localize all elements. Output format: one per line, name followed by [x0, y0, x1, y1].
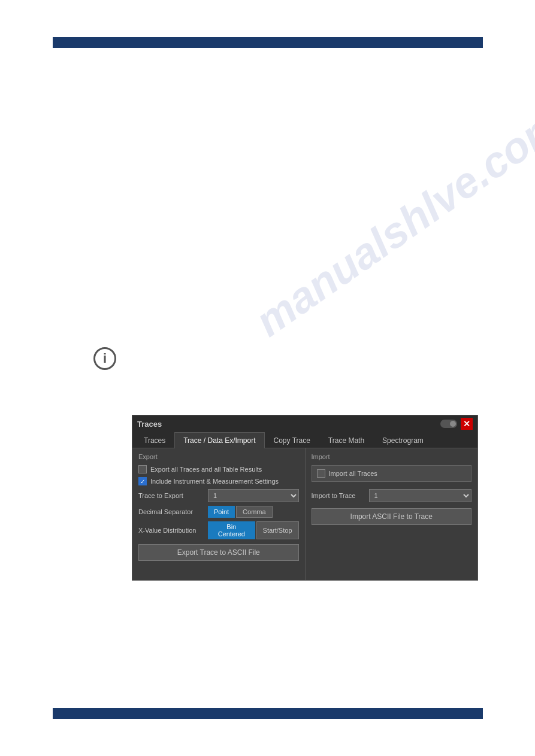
x-value-buttons: Bin Centered Start/Stop: [208, 521, 299, 539]
import-all-checkbox-row[interactable]: Import all Traces: [312, 465, 472, 482]
export-all-label: Export all Traces and all Table Results: [150, 466, 262, 473]
import-ascii-button[interactable]: Import ASCII File to Trace: [312, 508, 472, 525]
dialog-title: Traces: [137, 420, 162, 429]
import-to-trace-select[interactable]: 1 2 3 4: [369, 489, 472, 502]
trace-to-export-row: Trace to Export 1 2 3 4: [138, 489, 299, 502]
x-value-distribution-row: X-Value Distribution Bin Centered Start/…: [138, 521, 299, 539]
trace-to-export-label: Trace to Export: [138, 492, 204, 499]
tab-copy-trace[interactable]: Copy Trace: [265, 432, 319, 448]
export-all-checkbox[interactable]: [138, 465, 147, 473]
trace-to-export-select[interactable]: 1 2 3 4: [208, 489, 299, 502]
point-button[interactable]: Point: [208, 506, 235, 518]
info-icon-area: i: [93, 347, 116, 370]
start-stop-button[interactable]: Start/Stop: [256, 521, 299, 539]
include-instrument-checkbox[interactable]: [138, 477, 147, 485]
import-all-label: Import all Traces: [329, 470, 377, 477]
decimal-separator-buttons: Point Comma: [208, 506, 273, 518]
close-button[interactable]: ✕: [461, 418, 473, 430]
info-icon: i: [93, 347, 116, 370]
dialog-window: Traces ✕ Traces Trace / Data Ex/Import C…: [132, 415, 478, 581]
title-controls: ✕: [440, 418, 473, 430]
tab-trace-math[interactable]: Trace Math: [319, 432, 373, 448]
include-instrument-label: Include Instrument & Measurement Setting…: [150, 478, 279, 485]
x-value-label: X-Value Distribution: [138, 527, 204, 534]
decimal-separator-label: Decimal Separator: [138, 508, 204, 515]
import-to-trace-label: Import to Trace: [312, 492, 365, 499]
import-panel: Import Import all Traces Import to Trace…: [306, 448, 478, 580]
tab-trace-data-ex-import[interactable]: Trace / Data Ex/Import: [174, 432, 264, 448]
top-banner: [53, 37, 483, 48]
comma-button[interactable]: Comma: [236, 506, 273, 518]
export-panel: Export Export all Traces and all Table R…: [132, 448, 306, 580]
import-all-checkbox[interactable]: [317, 469, 325, 478]
import-section-label: Import: [312, 453, 472, 460]
import-to-trace-wrapper: 1 2 3 4: [369, 489, 472, 502]
trace-to-export-wrapper: 1 2 3 4: [208, 489, 299, 502]
export-section-label: Export: [138, 453, 299, 460]
tab-traces[interactable]: Traces: [135, 432, 174, 448]
bin-centered-button[interactable]: Bin Centered: [208, 521, 255, 539]
toggle-button[interactable]: [440, 420, 457, 428]
export-all-checkbox-row[interactable]: Export all Traces and all Table Results: [138, 465, 299, 473]
include-instrument-checkbox-row[interactable]: Include Instrument & Measurement Setting…: [138, 477, 299, 485]
dialog-content: Export Export all Traces and all Table R…: [132, 448, 477, 580]
bottom-banner: [53, 708, 483, 719]
decimal-separator-row: Decimal Separator Point Comma: [138, 506, 299, 518]
import-to-trace-row: Import to Trace 1 2 3 4: [312, 489, 472, 502]
tab-bar: Traces Trace / Data Ex/Import Copy Trace…: [132, 432, 477, 448]
export-trace-button[interactable]: Export Trace to ASCII File: [138, 544, 299, 561]
tab-spectrogram[interactable]: Spectrogram: [373, 432, 433, 448]
watermark: manualshlve.com: [246, 98, 535, 346]
title-bar: Traces ✕: [132, 415, 477, 432]
